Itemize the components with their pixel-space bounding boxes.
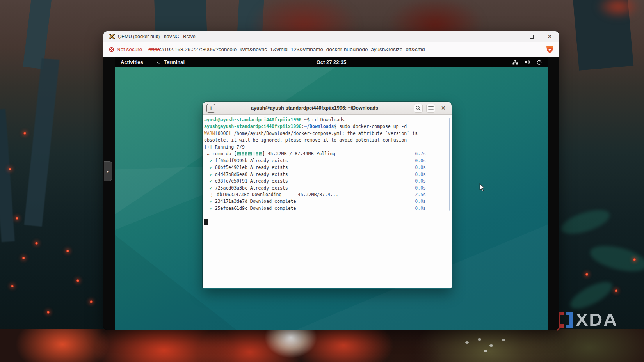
terminal-close-button[interactable]: ✕	[439, 104, 448, 113]
terminal-line: ✔ 25efdea61d9c Download complete0.0s	[204, 205, 452, 212]
volume-icon	[524, 59, 530, 65]
terminal-cursor	[204, 219, 208, 225]
wallpaper-glow-dot	[23, 132, 26, 135]
wallpaper-glow-dot	[76, 279, 79, 282]
terminal-line: ayush@ayush-standardpci440fxpiix1996:~$ …	[204, 117, 452, 123]
maximize-icon	[530, 35, 534, 39]
wallpaper-berry	[489, 344, 493, 347]
terminal-header-actions: ✕	[414, 104, 448, 113]
focused-app-name: Terminal	[164, 59, 185, 65]
security-chip[interactable]: Not secure	[109, 46, 142, 52]
minimize-button[interactable]: –	[504, 31, 522, 42]
browser-window-title: QEMU (docker-hub) - noVNC - Brave	[118, 34, 196, 39]
terminal-scrollbar[interactable]	[449, 118, 450, 211]
wallpaper-leaf	[559, 205, 612, 239]
new-tab-button[interactable]: +	[206, 104, 215, 113]
window-controls: – ✕	[504, 31, 559, 42]
terminal-line: ✔ ff65ddf9395b Already exists0.0s	[204, 158, 452, 164]
system-status-area[interactable]	[512, 59, 542, 65]
wallpaper-glow-dot	[11, 285, 14, 287]
gnome-top-bar: Activities >_ Terminal Oct 27 22:35	[115, 57, 548, 67]
search-icon	[415, 105, 421, 111]
clock[interactable]: Oct 27 22:35	[317, 59, 347, 65]
wallpaper-tree-trunk	[0, 109, 15, 242]
wallpaper-glow-dot	[633, 258, 636, 261]
browser-window: QEMU (docker-hub) - noVNC - Brave – ✕ No…	[103, 31, 559, 330]
xda-bracket-right-icon	[566, 312, 573, 328]
wallpaper-glow-dot	[35, 242, 38, 245]
brave-shield-icon[interactable]	[546, 45, 553, 53]
terminal-line: ✔ 725acd03a3bc Already exists0.0s	[204, 185, 452, 192]
terminal-cursor-line	[204, 218, 452, 225]
wallpaper-berry	[502, 339, 505, 341]
wallpaper-berry	[465, 341, 469, 344]
xda-watermark-text: XDA	[576, 309, 618, 330]
close-button[interactable]: ✕	[541, 31, 559, 42]
focused-app-menu[interactable]: >_ Terminal	[156, 59, 185, 65]
novnc-favicon-icon	[109, 34, 115, 40]
security-chip-label: Not secure	[117, 46, 142, 52]
terminal-app-icon: >_	[156, 60, 161, 64]
network-wired-icon	[512, 59, 518, 65]
terminal-line: ayush@ayush-standardpci440fxpiix1996:~/D…	[204, 123, 452, 130]
progress-bar	[237, 152, 262, 156]
urlbar-separator	[542, 46, 542, 53]
wallpaper-berry	[484, 350, 487, 352]
power-icon	[536, 59, 542, 65]
menu-button[interactable]	[426, 104, 435, 113]
url-scheme: https	[148, 46, 160, 52]
terminal-line: ✔ 60bf5e4921eb Already exists0.0s	[204, 164, 452, 171]
url-rest: ://192.168.29.227:8006/?console=kvm&novn…	[160, 46, 428, 52]
browser-urlbar[interactable]: Not secure https://192.168.29.227:8006/?…	[103, 42, 559, 57]
wallpaper-berry	[478, 338, 481, 341]
terminal-line: [+] Running 7/9	[204, 144, 452, 151]
novnc-control-bar-handle[interactable]: ▸	[104, 161, 112, 181]
terminal-line: ✔ 234171a3de7d Download complete0.0s	[204, 198, 452, 205]
terminal-body[interactable]: ayush@ayush-standardpci440fxpiix1996:~$ …	[203, 115, 452, 288]
xda-watermark: XDA	[557, 309, 618, 330]
terminal-line: WARN[0000] /home/ayush/Downloads/docker-…	[204, 130, 452, 137]
browser-titlebar: QEMU (docker-hub) - noVNC - Brave – ✕	[103, 31, 559, 42]
novnc-viewport: ▸ Activities >_ Terminal Oct 27 22:35	[103, 57, 559, 330]
mouse-cursor	[479, 183, 486, 193]
wallpaper-glow-dot	[90, 300, 93, 303]
terminal-line: ✔ d4d47b8d6ea0 Already exists0.0s	[204, 171, 452, 178]
terminal-headerbar[interactable]: + ayush@ayush-standardpci440fxpiix1996: …	[203, 102, 452, 115]
wallpaper-glow-dot	[16, 217, 18, 220]
terminal-window: + ayush@ayush-standardpci440fxpiix1996: …	[203, 102, 452, 289]
wallpaper-glow-dot	[585, 273, 588, 276]
wallpaper-glow-dot	[47, 311, 50, 314]
terminal-line: obsolete, it will be ignored, please rem…	[204, 137, 452, 144]
terminal-title: ayush@ayush-standardpci440fxpiix1996: ~/…	[215, 105, 414, 111]
search-button[interactable]	[414, 104, 423, 113]
terminal-line: ∴ romm-db [] 45.32MB / 87.49MB Pulling6.…	[204, 151, 452, 157]
terminal-line: ⋮ db106334738c Downloading 45.32MB/87.4.…	[204, 192, 452, 198]
activities-button[interactable]: Activities	[121, 59, 143, 65]
wallpaper-bottom-foliage	[0, 329, 644, 362]
wallpaper-glow-dot	[66, 250, 69, 252]
wallpaper-tree-trunk	[24, 58, 60, 227]
urlbar-right	[542, 45, 553, 53]
address-bar-url[interactable]: https://192.168.29.227:8006/?console=kvm…	[148, 46, 428, 52]
chevron-right-icon: ▸	[107, 169, 109, 174]
terminal-line: ✔ e38fc7e50f91 Already exists0.0s	[204, 178, 452, 185]
hamburger-icon	[428, 106, 434, 110]
wallpaper-glow-dot	[22, 257, 25, 259]
terminal-output: ayush@ayush-standardpci440fxpiix1996:~$ …	[204, 117, 452, 212]
maximize-button[interactable]	[522, 31, 541, 42]
wallpaper-leaf	[567, 277, 616, 314]
not-secure-icon	[109, 47, 114, 52]
wallpaper-glow-dot	[615, 289, 617, 292]
wallpaper-glow-dot	[9, 168, 11, 170]
